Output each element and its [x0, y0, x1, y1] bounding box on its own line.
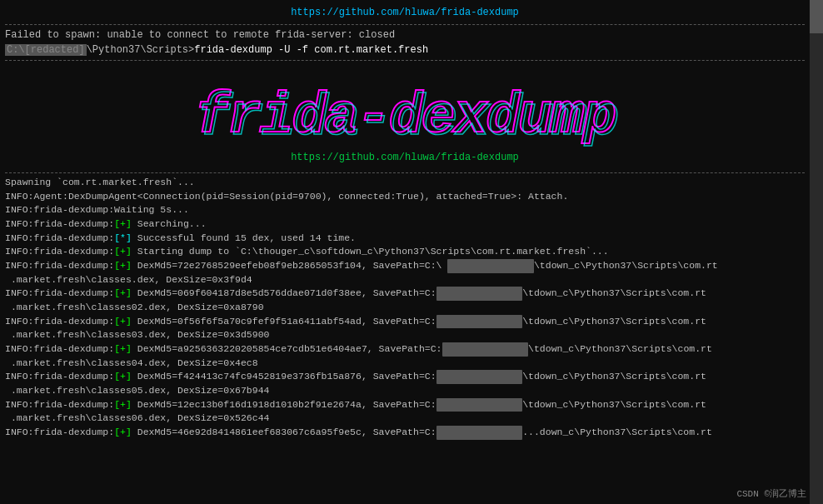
info-line-12: INFO:frida-dexdump:[+] DexMd5=46e92d8414…: [5, 426, 805, 440]
info-line-11: INFO:frida-dexdump:[+] DexMd5=12ec13b0f1…: [5, 398, 805, 426]
top-url: https://github.com/hluwa/frida-dexdump: [5, 3, 805, 22]
path-blurred: C:\[redacted]: [5, 44, 87, 56]
info-line-7: INFO:frida-dexdump:[+] DexMd5=069f604187…: [5, 287, 805, 314]
info-line-6: INFO:frida-dexdump:[+] DexMd5=72e2768529…: [5, 259, 805, 287]
terminal-content: https://github.com/hluwa/frida-dexdump F…: [0, 0, 823, 504]
info-line-3: INFO:frida-dexdump:[+] Searching...: [5, 217, 805, 232]
banner-url: https://github.com/hluwa/frida-dexdump: [5, 150, 805, 165]
command-line: C:\[redacted]\Python37\Scripts>frida-dex…: [5, 42, 805, 57]
info-line-8: INFO:frida-dexdump:[+] DexMd5=0f56f6f5a7…: [5, 315, 805, 342]
divider-2: [5, 60, 805, 61]
info-line-4: INFO:frida-dexdump:[*] Successful found …: [5, 232, 805, 246]
scrollbar[interactable]: [810, 0, 823, 504]
info-line-5: INFO:frida-dexdump:[+] Starting dump to …: [5, 245, 805, 259]
info-line-9: INFO:frida-dexdump:[+] DexMd5=a925636322…: [5, 342, 805, 370]
banner-text-cyan: frida-dexdump: [197, 87, 618, 147]
terminal-window: https://github.com/hluwa/frida-dexdump F…: [0, 0, 823, 504]
info-line-2: INFO:frida-dexdump:Waiting 5s...: [5, 203, 805, 217]
divider-1: [5, 24, 805, 25]
banner-area: frida-dexdump frida-dexdump https://gith…: [5, 63, 805, 170]
watermark: CSDN ©润乙博主: [736, 487, 806, 502]
info-line-10: INFO:frida-dexdump:[+] DexMd5=f424413c74…: [5, 370, 805, 397]
error-line: Failed to spawn: unable to connect to re…: [5, 27, 805, 42]
divider-3: [5, 172, 805, 173]
banner-graphic: frida-dexdump frida-dexdump: [5, 72, 805, 147]
scrollbar-thumb[interactable]: [810, 0, 823, 33]
info-line-0: Spawning `com.rt.market.fresh`...: [5, 176, 805, 190]
info-line-1: INFO:Agent:DexDumpAgent<Connection(pid=S…: [5, 190, 805, 204]
